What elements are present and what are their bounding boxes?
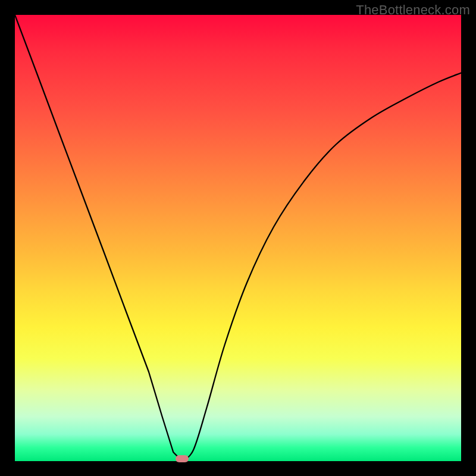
minimum-marker	[176, 455, 189, 462]
bottleneck-curve	[15, 15, 461, 461]
watermark-label: TheBottleneck.com	[356, 2, 470, 18]
plot-area	[15, 15, 461, 461]
chart-stage: TheBottleneck.com	[0, 0, 476, 476]
